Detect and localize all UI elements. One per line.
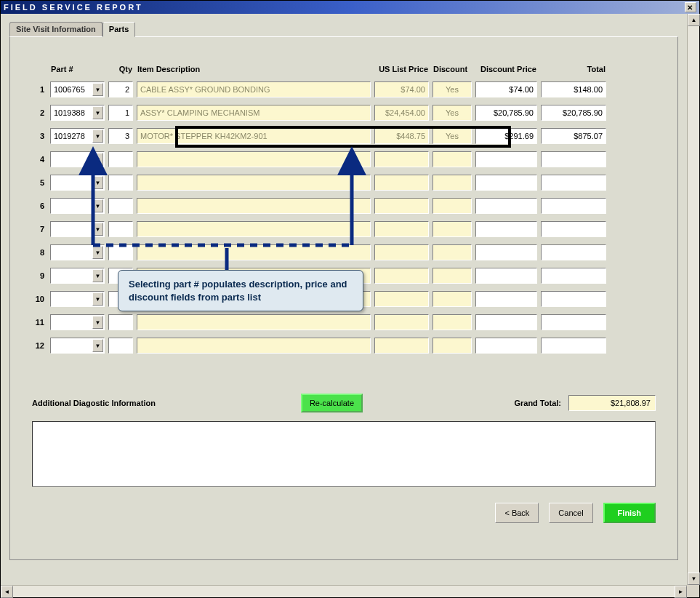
part-number-combo[interactable]: ▼ xyxy=(50,175,105,191)
content: Site Visit Information Parts Part # Qty … xyxy=(1,14,687,585)
qty-input[interactable]: 1 xyxy=(108,105,133,121)
qty-input[interactable] xyxy=(108,338,133,354)
scroll-left-icon[interactable]: ◄ xyxy=(1,586,13,598)
row-number: 6 xyxy=(34,197,47,215)
list-price xyxy=(374,221,429,237)
chevron-down-icon[interactable]: ▼ xyxy=(92,246,103,259)
list-price xyxy=(374,175,429,191)
part-number-combo[interactable]: ▼ xyxy=(50,198,105,214)
client-area: Site Visit Information Parts Part # Qty … xyxy=(1,14,699,597)
scroll-up-icon[interactable]: ▲ xyxy=(688,14,700,26)
size-grip[interactable] xyxy=(687,585,699,597)
row-total: $20,785.90 xyxy=(541,105,606,121)
part-number-combo[interactable]: 1019278▼ xyxy=(50,128,105,144)
chevron-down-icon[interactable]: ▼ xyxy=(92,223,103,236)
chevron-down-icon[interactable]: ▼ xyxy=(92,292,103,306)
row-number: 1 xyxy=(34,81,47,98)
row-total: $875.07 xyxy=(541,128,606,144)
scroll-down-icon[interactable]: ▼ xyxy=(688,573,700,585)
row-total xyxy=(541,314,606,330)
parts-grid: Part # Qty Item Description US List Pric… xyxy=(32,59,656,360)
table-row: 11006765▼2CABLE ASSY* GROUND BONDING$74.… xyxy=(34,81,607,98)
discount-price xyxy=(475,314,537,330)
part-number-combo[interactable]: ▼ xyxy=(50,244,105,260)
recalculate-button[interactable]: Re-calculate xyxy=(301,394,363,412)
list-price xyxy=(374,338,429,354)
qty-input[interactable] xyxy=(108,314,133,330)
col-discount: Discount xyxy=(432,65,472,75)
row-number: 2 xyxy=(34,104,47,121)
qty-input[interactable] xyxy=(108,198,133,214)
tabs: Site Visit Information Parts xyxy=(9,22,678,37)
horizontal-scrollbar[interactable]: ◄ ► xyxy=(1,585,687,597)
discount xyxy=(433,175,472,191)
window: FIELD SERVICE REPORT ✕ Site Visit Inform… xyxy=(0,0,700,598)
row-total xyxy=(541,291,606,307)
chevron-down-icon[interactable]: ▼ xyxy=(92,83,103,96)
discount xyxy=(433,198,472,214)
table-row: 6▼ xyxy=(34,197,607,215)
table-row: 5▼ xyxy=(34,174,607,191)
discount-price xyxy=(475,338,537,354)
chevron-down-icon[interactable]: ▼ xyxy=(92,269,103,282)
discount: Yes xyxy=(433,128,472,144)
grand-total-value: $21,808.97 xyxy=(568,395,656,411)
discount-price xyxy=(475,221,537,237)
vertical-scrollbar[interactable]: ▲ ▼ xyxy=(687,14,699,585)
tab-parts[interactable]: Parts xyxy=(102,22,136,37)
qty-input[interactable] xyxy=(108,175,133,191)
table-row: 4▼ xyxy=(34,151,607,168)
row-total xyxy=(541,268,606,284)
cancel-button[interactable]: Cancel xyxy=(549,503,592,523)
chevron-down-icon[interactable]: ▼ xyxy=(92,176,103,189)
discount-price xyxy=(475,198,537,214)
chevron-down-icon[interactable]: ▼ xyxy=(92,153,103,166)
discount: Yes xyxy=(433,105,472,121)
part-number-combo[interactable]: ▼ xyxy=(50,221,105,237)
scroll-right-icon[interactable]: ► xyxy=(675,586,687,598)
discount: Yes xyxy=(433,81,472,97)
part-number-combo[interactable]: ▼ xyxy=(50,291,105,307)
discount-price: $291.69 xyxy=(475,128,537,144)
qty-input[interactable] xyxy=(108,151,133,167)
chevron-down-icon[interactable]: ▼ xyxy=(92,106,103,119)
item-description xyxy=(137,338,371,354)
table-row: 7▼ xyxy=(34,220,607,238)
row-total xyxy=(541,151,606,167)
discount xyxy=(433,221,472,237)
table-row: 11▼ xyxy=(34,314,607,331)
additional-info-textarea[interactable] xyxy=(32,421,656,487)
discount-price xyxy=(475,175,537,191)
part-number-combo[interactable]: ▼ xyxy=(50,314,105,330)
part-number-combo[interactable]: ▼ xyxy=(50,268,105,284)
wizard-buttons: < Back Cancel Finish xyxy=(495,503,656,523)
chevron-down-icon[interactable]: ▼ xyxy=(92,339,103,352)
part-number-combo[interactable]: ▼ xyxy=(50,338,105,354)
close-icon[interactable]: ✕ xyxy=(685,2,696,12)
finish-button[interactable]: Finish xyxy=(603,503,656,523)
col-desc: Item Description xyxy=(136,65,371,75)
qty-input[interactable] xyxy=(108,221,133,237)
col-price: US List Price xyxy=(374,65,430,75)
qty-input[interactable]: 3 xyxy=(108,128,133,144)
item-description xyxy=(137,198,371,214)
window-title: FIELD SERVICE REPORT xyxy=(4,3,143,12)
chevron-down-icon[interactable]: ▼ xyxy=(92,129,103,143)
part-number-combo[interactable]: 1006765▼ xyxy=(50,81,105,97)
chevron-down-icon[interactable]: ▼ xyxy=(92,316,103,329)
part-number-combo[interactable]: 1019388▼ xyxy=(50,105,105,121)
discount-price xyxy=(475,268,537,284)
discount-price: $74.00 xyxy=(475,81,537,97)
row-total: $148.00 xyxy=(541,81,606,97)
chevron-down-icon[interactable]: ▼ xyxy=(92,199,103,212)
back-button[interactable]: < Back xyxy=(495,503,539,523)
part-number-combo[interactable]: ▼ xyxy=(50,151,105,167)
tab-site-visit[interactable]: Site Visit Information xyxy=(9,22,102,37)
qty-input[interactable] xyxy=(108,244,133,260)
qty-input[interactable]: 2 xyxy=(108,81,133,97)
table-row: 31019278▼3MOTOR* STEPPER KH42KM2-901$448… xyxy=(34,127,607,145)
additional-info-label: Additional Diagostic Information xyxy=(32,399,156,407)
list-price: $448.75 xyxy=(374,128,429,144)
item-description xyxy=(137,314,371,330)
item-description: ASSY* CLAMPING MECHANISM xyxy=(137,105,371,121)
